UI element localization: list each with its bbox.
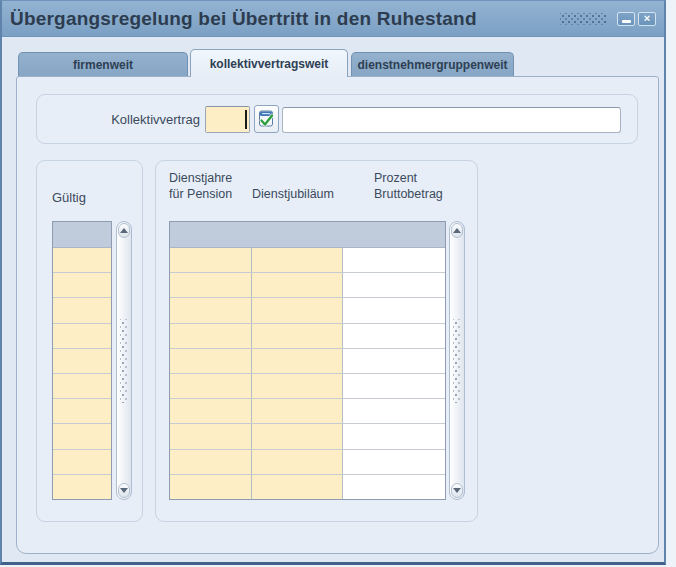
- table-cell[interactable]: [170, 450, 252, 474]
- lookup-button[interactable]: [254, 105, 279, 133]
- table-cell[interactable]: [170, 349, 252, 373]
- column-header-bruttobetrag: Bruttobetrag: [374, 187, 443, 202]
- arrow-up-icon: [453, 228, 461, 233]
- table-cell[interactable]: [53, 450, 111, 474]
- table-row[interactable]: [53, 298, 111, 323]
- gueltig-scrollbar[interactable]: [116, 221, 132, 500]
- tab-dienstnehmergruppenweit[interactable]: dienstnehmergruppenweit: [351, 52, 514, 77]
- table-cell[interactable]: [170, 248, 252, 272]
- table-row[interactable]: [170, 273, 445, 298]
- gueltig-groupbox: Gültig: [36, 160, 143, 522]
- detail-groupbox: Dienstjahre für Pension Dienstjubiläum P…: [155, 160, 478, 522]
- scrollbar-thumb-grip[interactable]: [453, 319, 461, 403]
- table-row[interactable]: [53, 450, 111, 475]
- table-cell[interactable]: [343, 475, 445, 499]
- scroll-up-button[interactable]: [451, 223, 463, 238]
- tab-label: dienstnehmergruppenweit: [357, 58, 507, 72]
- table-cell[interactable]: [252, 349, 343, 373]
- table-cell[interactable]: [53, 349, 111, 373]
- tab-bar: firmenweit kollektivvertragsweit dienstn…: [18, 49, 658, 77]
- tab-label: kollektivvertragsweit: [210, 57, 329, 71]
- kollektivvertrag-groupbox: Kollektivvertrag: [36, 94, 638, 144]
- close-button[interactable]: ×: [638, 12, 656, 26]
- table-cell[interactable]: [170, 424, 252, 448]
- table-cell[interactable]: [343, 298, 445, 322]
- table-cell[interactable]: [252, 298, 343, 322]
- grid-body: [170, 248, 445, 499]
- table-row[interactable]: [53, 273, 111, 298]
- tab-label: firmenweit: [73, 58, 133, 72]
- table-row[interactable]: [170, 424, 445, 449]
- table-row[interactable]: [53, 349, 111, 374]
- table-row[interactable]: [170, 450, 445, 475]
- table-cell[interactable]: [53, 424, 111, 448]
- tab-firmenweit[interactable]: firmenweit: [18, 52, 188, 77]
- table-cell[interactable]: [343, 374, 445, 398]
- table-row[interactable]: [53, 324, 111, 349]
- table-cell[interactable]: [343, 399, 445, 423]
- table-cell[interactable]: [343, 273, 445, 297]
- arrow-up-icon: [120, 228, 128, 233]
- detail-scrollbar[interactable]: [449, 221, 465, 500]
- table-cell[interactable]: [343, 450, 445, 474]
- table-row[interactable]: [53, 374, 111, 399]
- table-cell[interactable]: [252, 273, 343, 297]
- table-row[interactable]: [170, 399, 445, 424]
- table-cell[interactable]: [53, 324, 111, 348]
- table-cell[interactable]: [252, 248, 343, 272]
- table-cell[interactable]: [53, 298, 111, 322]
- gueltig-grid: [52, 221, 112, 500]
- table-row[interactable]: [53, 424, 111, 449]
- table-cell[interactable]: [252, 475, 343, 499]
- scroll-up-button[interactable]: [118, 223, 130, 238]
- close-icon: ×: [644, 13, 650, 24]
- table-cell[interactable]: [252, 324, 343, 348]
- table-row[interactable]: [53, 399, 111, 424]
- detail-grid: [169, 221, 446, 500]
- table-cell[interactable]: [343, 349, 445, 373]
- scroll-down-button[interactable]: [118, 483, 130, 498]
- scroll-down-button[interactable]: [451, 483, 463, 498]
- titlebar-dots-decoration-icon: [560, 13, 606, 25]
- table-row[interactable]: [170, 475, 445, 499]
- table-cell[interactable]: [170, 374, 252, 398]
- table-row[interactable]: [170, 324, 445, 349]
- tab-content-panel: Kollektivvertrag Gültig: [16, 76, 659, 554]
- table-row[interactable]: [170, 374, 445, 399]
- table-cell[interactable]: [53, 399, 111, 423]
- table-cell[interactable]: [252, 424, 343, 448]
- table-row[interactable]: [53, 475, 111, 499]
- table-cell[interactable]: [53, 374, 111, 398]
- clipboard-check-icon: [258, 110, 275, 129]
- table-cell[interactable]: [252, 374, 343, 398]
- kollektivvertrag-code-input[interactable]: [205, 106, 250, 133]
- table-cell[interactable]: [343, 424, 445, 448]
- selected-row[interactable]: [53, 222, 111, 248]
- table-cell[interactable]: [252, 399, 343, 423]
- table-cell[interactable]: [53, 273, 111, 297]
- table-cell[interactable]: [343, 324, 445, 348]
- table-cell[interactable]: [53, 248, 111, 272]
- table-cell[interactable]: [170, 399, 252, 423]
- selected-row[interactable]: [170, 222, 445, 248]
- gueltig-column-header: Gültig: [52, 190, 86, 205]
- table-row[interactable]: [170, 349, 445, 374]
- table-cell[interactable]: [252, 450, 343, 474]
- scrollbar-thumb-grip[interactable]: [120, 319, 128, 403]
- minimize-button[interactable]: [617, 12, 635, 26]
- table-cell[interactable]: [170, 298, 252, 322]
- text-caret: [245, 110, 247, 129]
- table-row[interactable]: [170, 248, 445, 273]
- title-bar: Übergangsregelung bei Übertritt in den R…: [2, 1, 664, 37]
- table-cell[interactable]: [53, 475, 111, 499]
- kollektivvertrag-name-input[interactable]: [282, 107, 621, 133]
- tab-kollektivvertragsweit[interactable]: kollektivvertragsweit: [190, 49, 348, 77]
- table-row[interactable]: [170, 298, 445, 323]
- table-cell[interactable]: [170, 475, 252, 499]
- table-cell[interactable]: [170, 324, 252, 348]
- table-row[interactable]: [53, 248, 111, 273]
- table-cell[interactable]: [170, 273, 252, 297]
- table-cell[interactable]: [343, 248, 445, 272]
- minimize-icon: [622, 20, 631, 23]
- window-title: Übergangsregelung bei Übertritt in den R…: [10, 8, 477, 30]
